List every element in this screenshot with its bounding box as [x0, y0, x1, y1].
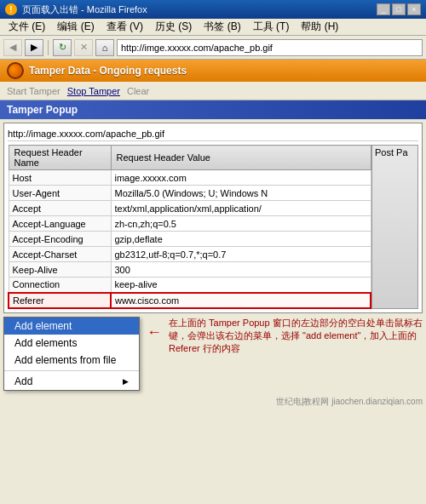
header-value-input[interactable]: [115, 234, 367, 244]
context-menu-add-elements-from-file[interactable]: Add elements from file: [4, 352, 139, 369]
request-url: http://image.xxxxx.com/apache_pb.gif: [8, 127, 418, 141]
request-header-name: Accept-Encoding: [9, 232, 111, 247]
col-header-name: Request Header Name: [9, 146, 111, 170]
back-button[interactable]: ◀: [3, 39, 22, 56]
request-header-name: Keep-Alive: [9, 262, 111, 278]
firefox-icon: !: [5, 3, 17, 15]
table-row: Connection: [9, 278, 371, 293]
menu-bar: 文件 (E) 编辑 (E) 查看 (V) 历史 (S) 书签 (B) 工具 (T…: [0, 19, 426, 36]
request-header-name: Referer: [9, 293, 111, 308]
header-value-input[interactable]: [115, 279, 367, 289]
address-input[interactable]: [121, 43, 418, 53]
header-value-input[interactable]: [115, 295, 366, 306]
nav-bar: ◀ ▶ ↻ ✕ ⌂: [0, 36, 426, 60]
header-value-input[interactable]: [115, 249, 367, 260]
header-value-input[interactable]: [115, 203, 367, 214]
request-header-value[interactable]: [111, 201, 371, 216]
context-menu-add[interactable]: Add ▶: [4, 373, 139, 390]
request-header-name: User-Agent: [9, 186, 111, 201]
menu-edit[interactable]: 编辑 (E): [52, 19, 99, 35]
table-row: User-Agent: [9, 186, 371, 201]
context-menu-add-elements[interactable]: Add elements: [4, 335, 139, 352]
request-header-name: Accept: [9, 201, 111, 216]
main-content: http://image.xxxxx.com/apache_pb.gif Req…: [3, 123, 423, 313]
request-header-value[interactable]: [111, 232, 371, 247]
arrow-icon: ←: [147, 324, 162, 341]
maximize-button[interactable]: □: [392, 3, 406, 15]
context-menu-add-elements-from-file-label: Add elements from file: [14, 354, 116, 366]
menu-file[interactable]: 文件 (E): [3, 19, 50, 35]
request-header-name: Accept-Language: [9, 216, 111, 232]
menu-view[interactable]: 查看 (V): [101, 19, 148, 35]
request-header-value[interactable]: [111, 278, 371, 293]
context-menu-add-element[interactable]: Add element: [4, 318, 139, 335]
request-header-name: Accept-Charset: [9, 247, 111, 262]
request-table: Request Header Name Request Header Value…: [8, 145, 371, 309]
reload-button[interactable]: ↻: [53, 39, 72, 56]
arrow-container: ←: [147, 317, 162, 391]
context-menu-add-element-label: Add element: [14, 320, 72, 332]
header-value-input[interactable]: [115, 173, 367, 183]
request-header-value[interactable]: [111, 293, 371, 308]
request-header-value[interactable]: [111, 186, 371, 201]
header-value-input[interactable]: [115, 219, 367, 229]
context-menu: Add element Add elements Add elements fr…: [3, 317, 140, 391]
table-wrapper: Request Header Name Request Header Value…: [8, 145, 418, 309]
nav-separator: [48, 40, 49, 55]
minimize-button[interactable]: _: [377, 3, 390, 15]
post-parameters-col: Post Pa: [371, 145, 418, 309]
forward-button[interactable]: ▶: [25, 39, 43, 56]
bottom-area: Add element Add elements Add elements fr…: [3, 317, 423, 391]
firefox-bar: Tamper Data - Ongoing requests: [0, 60, 426, 82]
menu-tools[interactable]: 工具 (T): [248, 19, 295, 35]
stop-tamper-button[interactable]: Stop Tamper: [67, 86, 120, 96]
annotation-text: 在上面的 Tamper Popup 窗口的左边部分的空白处单击鼠标右键，会弹出该…: [169, 317, 423, 391]
table-row: Host: [9, 170, 371, 186]
header-value-input[interactable]: [115, 265, 367, 275]
firefox-bar-title: Tamper Data - Ongoing requests: [29, 65, 187, 77]
header-value-input[interactable]: [115, 188, 367, 198]
table-row: Accept: [9, 201, 371, 216]
table-row: Accept-Language: [9, 216, 371, 232]
stop-button[interactable]: ✕: [74, 39, 93, 56]
clear-button[interactable]: Clear: [127, 86, 149, 96]
tamper-toolbar: Start Tamper Stop Tamper Clear: [0, 82, 426, 100]
context-menu-separator: [4, 370, 139, 371]
home-button[interactable]: ⌂: [95, 39, 114, 56]
address-bar[interactable]: [117, 39, 423, 56]
start-tamper-button[interactable]: Start Tamper: [7, 86, 60, 96]
table-main: Request Header Name Request Header Value…: [8, 145, 371, 309]
submenu-arrow-icon: ▶: [123, 377, 129, 386]
request-header-value[interactable]: [111, 216, 371, 232]
watermark: 世纪电|教程网 jiaochen.dianziqian.com: [0, 394, 426, 410]
firefox-logo: [7, 62, 24, 79]
title-bar: ! 页面载入出错 - Mozilla Firefox _ □ ×: [0, 0, 426, 19]
request-header-name: Host: [9, 170, 111, 186]
table-row: Accept-Encoding: [9, 232, 371, 247]
menu-bookmarks[interactable]: 书签 (B): [199, 19, 245, 35]
table-row: Keep-Alive: [9, 262, 371, 278]
watermark-text: 世纪电|教程网 jiaochen.dianziqian.com: [276, 397, 423, 406]
request-header-value[interactable]: [111, 262, 371, 278]
tamper-popup-title: Tamper Popup: [7, 104, 78, 116]
col-header-value: Request Header Value: [111, 146, 371, 170]
table-row: Accept-Charset: [9, 247, 371, 262]
menu-history[interactable]: 历史 (S): [150, 19, 197, 35]
window-controls[interactable]: _ □ ×: [377, 3, 421, 15]
menu-help[interactable]: 帮助 (H): [296, 19, 343, 35]
window-title: 页面载入出错 - Mozilla Firefox: [22, 3, 371, 16]
table-row: Referer: [9, 293, 371, 308]
tamper-popup-header: Tamper Popup: [0, 100, 426, 119]
close-button[interactable]: ×: [407, 3, 421, 15]
request-header-value[interactable]: [111, 247, 371, 262]
request-header-name: Connection: [9, 278, 111, 293]
request-header-value[interactable]: [111, 170, 371, 186]
context-menu-add-elements-label: Add elements: [14, 337, 77, 349]
context-menu-add-label: Add: [14, 375, 32, 387]
